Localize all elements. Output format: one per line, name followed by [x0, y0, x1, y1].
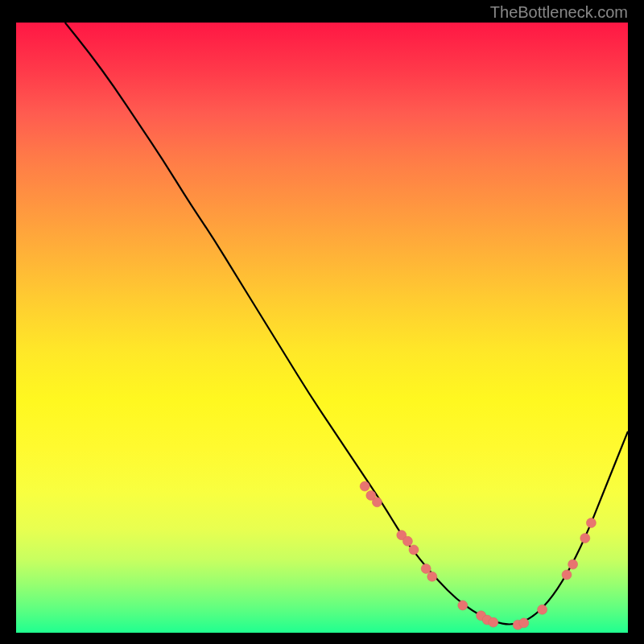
data-marker [568, 559, 578, 569]
data-marker [519, 618, 529, 628]
data-marker [427, 572, 437, 581]
data-marker [538, 605, 547, 614]
data-marker [409, 545, 419, 555]
plot-area [16, 23, 628, 633]
watermark-text: TheBottleneck.com [490, 3, 628, 22]
chart-svg [16, 23, 628, 633]
data-marker [580, 534, 590, 543]
data-markers [360, 481, 596, 630]
data-marker [360, 481, 369, 491]
data-marker [489, 617, 498, 627]
bottleneck-curve [65, 23, 628, 624]
data-marker [458, 601, 468, 610]
data-marker [421, 564, 431, 573]
data-marker [562, 570, 572, 580]
data-marker [586, 518, 596, 528]
data-marker [402, 536, 412, 546]
data-marker [372, 497, 382, 507]
